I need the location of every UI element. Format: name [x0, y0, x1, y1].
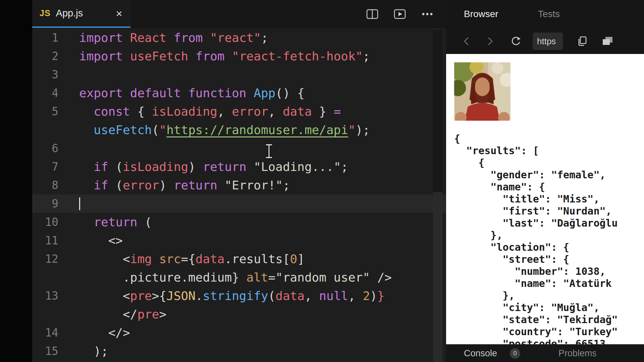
- javascript-file-icon: JS: [40, 8, 51, 18]
- editor-scrollbar[interactable]: [433, 28, 442, 362]
- line-number[interactable]: 11: [32, 231, 60, 250]
- code-row[interactable]: useFetch("https://randomuser.me/api");: [32, 121, 446, 139]
- tab-tests[interactable]: Tests: [538, 9, 560, 19]
- code-row[interactable]: 12 <img src={data.results[0]: [32, 250, 446, 268]
- code-row[interactable]: 1import React from "react";: [32, 28, 446, 47]
- split-view-icon[interactable]: [366, 9, 378, 19]
- line-number[interactable]: 8: [32, 176, 60, 194]
- json-line: "number": 1038,: [454, 265, 644, 278]
- line-number[interactable]: 16: [32, 360, 60, 362]
- left-gutter-strip: [0, 0, 32, 362]
- mouse-ibeam-cursor: [265, 143, 273, 159]
- code-row[interactable]: 8 if (error) return "Error!";: [32, 176, 446, 194]
- json-line: "location": {: [454, 241, 644, 253]
- code-line: if (error) return "Error!";: [79, 176, 446, 194]
- url-input[interactable]: https: [533, 33, 563, 50]
- console-tab[interactable]: Console: [464, 348, 497, 359]
- line-number[interactable]: 10: [32, 213, 60, 231]
- code-row[interactable]: 9: [32, 194, 446, 213]
- line-number[interactable]: 4: [32, 84, 60, 102]
- more-actions-icon[interactable]: [421, 12, 433, 16]
- forward-icon[interactable]: [486, 36, 495, 46]
- random-user-photo: [454, 62, 511, 121]
- json-line: "title": "Miss",: [454, 193, 644, 205]
- line-number[interactable]: 3: [32, 65, 60, 84]
- tab-title: App.js: [56, 8, 116, 19]
- code-row[interactable]: 15 );: [32, 342, 446, 360]
- code-line: <>: [79, 231, 446, 250]
- code-line: </pre>: [79, 305, 446, 323]
- code-line: return (: [79, 213, 446, 231]
- problems-tab[interactable]: Problems: [558, 348, 596, 359]
- json-line: "name": "Atatürk: [454, 278, 644, 290]
- code-row[interactable]: 16}: [32, 360, 446, 362]
- line-number[interactable]: [32, 121, 60, 139]
- editor-pane: JS App.js ×: [32, 0, 446, 362]
- code-line: [79, 139, 446, 158]
- json-line: "last": "Dağlaroğlu: [454, 217, 644, 229]
- code-row[interactable]: .picture.medium} alt="random user" />: [32, 268, 446, 287]
- json-line: "gender": "female",: [454, 169, 644, 181]
- code-row[interactable]: 11 <>: [32, 231, 446, 250]
- code-rows: 1import React from "react";2import useFe…: [32, 28, 446, 362]
- json-preview: { "results": [ { "gender": "female", "na…: [454, 133, 644, 344]
- code-line: </>: [79, 323, 446, 342]
- panel-tab-bar: Browser Tests: [446, 0, 644, 28]
- line-number[interactable]: [32, 305, 60, 323]
- json-line: "postcode": 66513: [454, 338, 644, 344]
- line-number[interactable]: 6: [32, 139, 60, 158]
- code-row[interactable]: 7 if (isLoading) return "Loading...";: [32, 158, 446, 176]
- code-line: const { isLoading, error, data } =: [79, 102, 446, 121]
- line-number[interactable]: 5: [32, 102, 60, 121]
- code-row[interactable]: 14 </>: [32, 323, 446, 342]
- app-window: JS App.js ×: [0, 0, 644, 362]
- line-number[interactable]: 13: [32, 287, 60, 305]
- json-line: {: [454, 157, 644, 169]
- code-row[interactable]: 3: [32, 65, 446, 84]
- line-number[interactable]: 15: [32, 342, 60, 360]
- code-line: <img src={data.results[0]: [79, 250, 446, 268]
- json-line: "street": {: [454, 253, 644, 265]
- back-icon[interactable]: [462, 36, 471, 46]
- json-line: "name": {: [454, 181, 644, 193]
- code-line: );: [79, 342, 446, 360]
- text-caret: [79, 197, 80, 210]
- open-preview-icon[interactable]: [394, 9, 406, 19]
- copy-url-icon[interactable]: [577, 36, 588, 47]
- refresh-icon[interactable]: [511, 36, 521, 47]
- json-line: {: [454, 133, 644, 145]
- tab-close-icon[interactable]: ×: [116, 8, 122, 19]
- code-line: [79, 65, 446, 84]
- line-number[interactable]: 2: [32, 47, 60, 65]
- scrollbar-thumb[interactable]: [433, 29, 442, 192]
- code-line: }: [79, 360, 446, 362]
- code-row[interactable]: </pre>: [32, 305, 446, 323]
- code-line: import useFetch from "react-fetch-hook";: [79, 47, 446, 65]
- line-number[interactable]: 12: [32, 250, 60, 268]
- code-line: export default function App() {: [79, 84, 446, 102]
- preview-panel: Browser Tests https: [446, 0, 644, 362]
- line-number[interactable]: [32, 268, 60, 287]
- code-line: <pre>{JSON.stringify(data, null, 2)}: [79, 287, 446, 305]
- json-line: },: [454, 290, 644, 302]
- code-row[interactable]: 2import useFetch from "react-fetch-hook"…: [32, 47, 446, 65]
- editor-tab-bar: JS App.js ×: [32, 0, 446, 28]
- line-number[interactable]: 1: [32, 28, 60, 47]
- code-row[interactable]: 13 <pre>{JSON.stringify(data, null, 2)}: [32, 287, 446, 305]
- code-row[interactable]: 6: [32, 139, 446, 158]
- code-line: useFetch("https://randomuser.me/api");: [79, 121, 446, 139]
- line-number[interactable]: 7: [32, 158, 60, 176]
- tab-appjs[interactable]: JS App.js ×: [32, 0, 130, 28]
- tab-browser[interactable]: Browser: [464, 9, 498, 19]
- json-line: "first": "Nurdan",: [454, 205, 644, 217]
- code-row[interactable]: 5 const { isLoading, error, data } =: [32, 102, 446, 121]
- code-row[interactable]: 10 return (: [32, 213, 446, 231]
- json-line: },: [454, 229, 644, 241]
- line-number[interactable]: 9: [32, 194, 60, 213]
- json-line: "state": "Tekirdağ": [454, 314, 644, 326]
- code-editor[interactable]: 1import React from "react";2import useFe…: [32, 28, 446, 362]
- code-line: [79, 194, 446, 213]
- line-number[interactable]: 14: [32, 323, 60, 342]
- duplicate-window-icon[interactable]: [602, 36, 613, 46]
- code-row[interactable]: 4export default function App() {: [32, 84, 446, 102]
